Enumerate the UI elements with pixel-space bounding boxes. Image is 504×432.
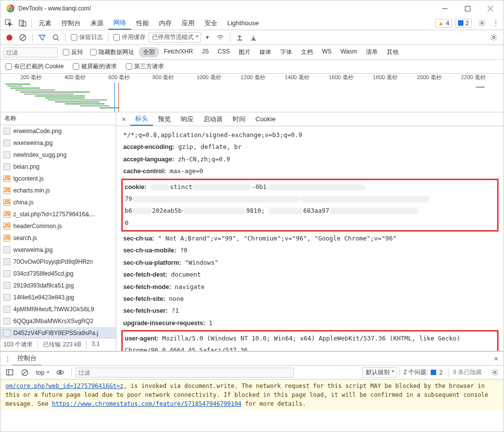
console-link-1[interactable]: om/core.php?web_id=1275796416&t=z xyxy=(5,383,123,389)
issues-link[interactable]: 2 个问题: 2 xyxy=(399,368,447,377)
tab-内存[interactable]: 内存 xyxy=(154,16,177,30)
filter-input[interactable] xyxy=(3,48,58,57)
image-file-icon xyxy=(3,163,10,170)
record-button[interactable] xyxy=(3,35,15,41)
request-row[interactable]: JSz_stat.php?id=1275796416&… xyxy=(0,208,116,220)
request-row[interactable]: wxerweima.jpg xyxy=(0,137,116,149)
clear-button[interactable] xyxy=(16,34,29,41)
settings-gear-icon[interactable] xyxy=(475,17,489,30)
request-row[interactable]: JSsearch.js xyxy=(0,232,116,244)
context-dropdown[interactable]: top xyxy=(33,369,51,377)
type-pill-媒体[interactable]: 媒体 xyxy=(255,47,275,57)
request-row[interactable]: 14f4e61e9423e843.jpg xyxy=(0,291,116,303)
type-pill-清单[interactable]: 清单 xyxy=(362,47,382,57)
main-panel: 名称 erweimaCode.pngwxerweima.jpgnewIndex_… xyxy=(0,112,504,351)
more-menu-icon[interactable]: ⋮ xyxy=(489,17,503,30)
third-party-checkbox[interactable]: 第三方请求 xyxy=(124,62,166,71)
detail-tab-启动器[interactable]: 启动器 xyxy=(199,112,228,126)
download-har-icon[interactable] xyxy=(247,34,260,41)
type-pill-全部[interactable]: 全部 xyxy=(139,47,159,57)
request-row[interactable]: 6QQga3MbaMWKrsXSvgRQ2 xyxy=(0,315,116,327)
hidden-count[interactable]: 9 条已隐藏 xyxy=(449,368,486,377)
type-pill-文档[interactable]: 文档 xyxy=(297,47,317,57)
console-clear-button[interactable] xyxy=(18,369,31,376)
svg-point-10 xyxy=(53,35,58,39)
tab-来源[interactable]: 来源 xyxy=(86,16,108,30)
detail-tab-时间[interactable]: 时间 xyxy=(228,112,251,126)
request-row[interactable]: newIndex_sugg.png xyxy=(0,149,116,161)
tab-网络[interactable]: 网络 xyxy=(108,16,131,30)
log-level-dropdown[interactable]: 默认级别 xyxy=(362,367,397,378)
preserve-log-checkbox[interactable]: 保留日志 xyxy=(69,33,105,42)
inspect-icon[interactable] xyxy=(1,17,15,30)
request-row[interactable]: JSecharts.min.js xyxy=(0,185,116,196)
blocked-requests-checkbox[interactable]: 被屏蔽的请求 xyxy=(71,62,119,71)
headers-view[interactable]: */*;q=0.8,application/signed-exchange;v=… xyxy=(116,126,504,351)
timeline-overview[interactable]: 200 毫秒400 毫秒600 毫秒800 毫秒1000 毫秒1200 毫秒14… xyxy=(0,74,504,112)
tab-控制台[interactable]: 控制台 xyxy=(56,16,86,30)
request-row[interactable]: D452zV4FoFIBY8EPS5ra9sPa.j xyxy=(0,327,116,338)
type-pill-WS[interactable]: WS xyxy=(318,47,335,57)
type-pill-Wasm[interactable]: Wasm xyxy=(337,47,361,57)
filter-toggle-icon[interactable] xyxy=(36,34,49,41)
tab-元素[interactable]: 元素 xyxy=(34,16,56,30)
blocked-cookies-checkbox[interactable]: 有已拦截的 Cookie xyxy=(3,62,66,71)
drawer-menu-icon[interactable]: ⋮ xyxy=(2,355,12,362)
close-detail-button[interactable]: × xyxy=(118,115,129,123)
disable-cache-checkbox[interactable]: 停用缓存 xyxy=(111,33,148,42)
device-toggle-icon[interactable] xyxy=(15,17,29,30)
type-pill-其他[interactable]: 其他 xyxy=(383,47,403,57)
image-file-icon xyxy=(3,258,10,265)
image-file-icon xyxy=(3,128,10,135)
name-column-header[interactable]: 名称 xyxy=(0,112,116,125)
window-close-button[interactable] xyxy=(479,0,502,16)
console-settings-gear-icon[interactable] xyxy=(488,366,502,379)
throttle-caret-icon[interactable]: ▼ xyxy=(202,35,213,40)
request-row[interactable]: 034cd7358fed45cd.jpg xyxy=(0,268,116,280)
detail-tab-Cookie[interactable]: Cookie xyxy=(251,112,280,126)
request-row[interactable]: beian.png xyxy=(0,161,116,173)
console-filter-input[interactable] xyxy=(76,368,294,378)
window-maximize-button[interactable] xyxy=(456,0,479,16)
svg-rect-1 xyxy=(465,6,470,11)
request-row[interactable]: 70OvOw0PIsyyqbPd9q9HRzn xyxy=(0,256,116,268)
info-badge[interactable]: 2 xyxy=(455,19,472,28)
type-pill-Fetch/XHR[interactable]: Fetch/XHR xyxy=(160,47,197,57)
type-pill-字体[interactable]: 字体 xyxy=(276,47,296,57)
type-pill-CSS[interactable]: CSS xyxy=(214,47,234,57)
request-row[interactable]: 4pMIMI9HwufL7tWWJGkS6L9 xyxy=(0,303,116,315)
request-row[interactable]: wxerweima.jpg xyxy=(0,244,116,256)
detail-tab-预览[interactable]: 预览 xyxy=(153,112,176,126)
detail-tab-标头[interactable]: 标头 xyxy=(130,112,153,126)
image-file-icon xyxy=(3,330,10,336)
detail-tab-响应[interactable]: 响应 xyxy=(176,112,199,126)
invert-checkbox[interactable]: 反转 xyxy=(61,48,85,56)
hide-data-urls-checkbox[interactable]: 隐藏数据网址 xyxy=(88,48,136,56)
upload-har-icon[interactable] xyxy=(233,34,246,41)
drawer-close-button[interactable]: × xyxy=(491,355,502,363)
live-expression-icon[interactable] xyxy=(53,366,67,379)
drawer-tab-console[interactable]: 控制台 xyxy=(12,352,42,365)
request-row[interactable]: erweimaCode.png xyxy=(0,125,116,137)
window-title: DevTools - www.tianqi.com/ xyxy=(18,5,433,12)
tab-性能[interactable]: 性能 xyxy=(131,16,154,30)
request-list[interactable]: erweimaCode.pngwxerweima.jpgnewIndex_sug… xyxy=(0,125,116,338)
tab-安全[interactable]: 安全 xyxy=(200,16,222,30)
request-row[interactable]: 2919d393daf9ca51.jpg xyxy=(0,280,116,291)
tab-应用[interactable]: 应用 xyxy=(177,16,200,30)
request-row[interactable]: JSchina.js xyxy=(0,196,116,208)
request-row[interactable]: JStgcontent.js xyxy=(0,173,116,185)
window-minimize-button[interactable] xyxy=(433,0,456,16)
type-pill-图片[interactable]: 图片 xyxy=(235,47,254,57)
wifi-icon[interactable] xyxy=(214,34,227,41)
record-icon xyxy=(6,35,12,41)
warnings-badge[interactable]: ▲4 xyxy=(435,19,453,28)
tab-Lighthouse[interactable]: Lighthouse xyxy=(222,16,264,30)
throttling-dropdown[interactable]: 已停用节流模式 xyxy=(149,32,201,43)
network-settings-gear-icon[interactable] xyxy=(487,31,501,44)
type-pill-JS[interactable]: JS xyxy=(198,47,213,57)
console-link-2[interactable]: https://www.chromestatus.com/feature/571… xyxy=(52,400,242,407)
search-icon[interactable] xyxy=(50,34,62,41)
console-sidebar-icon[interactable] xyxy=(2,366,16,379)
request-row[interactable]: JSheaderCommon.js xyxy=(0,220,116,232)
